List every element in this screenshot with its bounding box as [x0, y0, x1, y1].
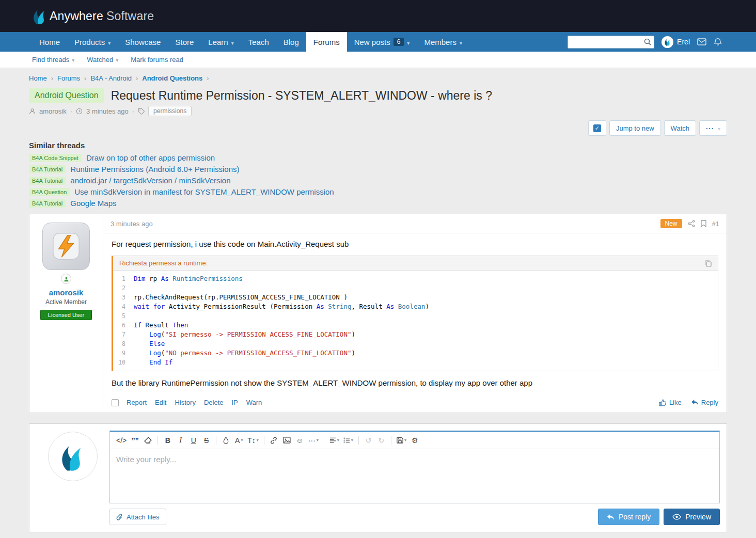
nav-learn[interactable]: Learn: [201, 32, 241, 52]
code-line: 3rp.CheckAndRequest(rp.PERMISSION_ACCESS…: [113, 293, 718, 302]
member-indicator-icon: [61, 274, 71, 284]
subnav-find-threads[interactable]: Find threads: [32, 56, 74, 64]
text-color-icon[interactable]: [219, 434, 232, 447]
brand-logo[interactable]: AnywhereSoftware: [32, 7, 154, 25]
quick-reply: </>””BIUSA▾T↕▾☺···▾▾▾↺↻▾⚙ Attach files P…: [29, 423, 727, 532]
similar-thread-row: B4A Code Snippet Draw on top of other ap…: [29, 153, 727, 162]
code-title: Richiesta permessi a runtime:: [119, 259, 208, 267]
search-input[interactable]: [568, 36, 654, 49]
settings-icon[interactable]: ⚙: [408, 434, 421, 447]
conversations-icon[interactable]: [697, 38, 706, 45]
search-icon[interactable]: [643, 38, 652, 46]
post-timestamp[interactable]: 3 minutes ago: [111, 220, 153, 228]
undo-icon[interactable]: ↺: [362, 434, 375, 447]
post-number[interactable]: #1: [712, 220, 719, 228]
author-avatar[interactable]: [42, 223, 90, 270]
more-options-icon[interactable]: ···▾: [306, 434, 321, 447]
similar-thread-row: B4A Tutorial android.jar / targetSdkVers…: [29, 176, 727, 185]
alerts-bell-icon[interactable]: [714, 38, 722, 46]
italic-icon[interactable]: I: [174, 434, 187, 447]
link-icon[interactable]: [267, 434, 280, 447]
nav-blog[interactable]: Blog: [276, 32, 306, 52]
delete-link[interactable]: Delete: [204, 399, 224, 406]
code-line: 7 Log("SI permesso -> PERMISSION_ACCESS_…: [113, 330, 718, 339]
remove-format-icon[interactable]: [141, 434, 154, 447]
select-post-checkbox[interactable]: [112, 399, 119, 406]
breadcrumb-android-questions[interactable]: Android Questions: [142, 74, 202, 82]
current-user-avatar[interactable]: [48, 432, 98, 481]
clock-icon: [76, 108, 83, 115]
subnav-mark-forums-read[interactable]: Mark forums read: [131, 56, 183, 64]
nav-user-area: Erel: [568, 32, 756, 52]
nav-teach[interactable]: Teach: [241, 32, 276, 52]
code-icon[interactable]: </>: [114, 434, 129, 447]
copy-code-icon[interactable]: [704, 260, 712, 267]
nav-store[interactable]: Store: [168, 32, 201, 52]
similar-thread-link[interactable]: Draw on top of other apps permission: [86, 153, 215, 162]
tag-icon: [138, 108, 145, 115]
watch-button[interactable]: Watch: [664, 120, 696, 136]
chevron-down-icon: ▾: [257, 438, 259, 442]
subnav-watched[interactable]: Watched: [87, 56, 118, 64]
thread-tag-permissions[interactable]: permissions: [148, 106, 192, 116]
image-icon[interactable]: [280, 434, 293, 447]
like-button[interactable]: Like: [659, 399, 682, 406]
similar-thread-row: B4A Tutorial Google Maps: [29, 199, 727, 208]
bookmark-icon[interactable]: [701, 220, 706, 227]
chevron-down-icon: ▾: [404, 438, 406, 442]
nav-new-posts[interactable]: New posts6: [347, 32, 417, 52]
nav-members[interactable]: Members: [417, 32, 469, 52]
code-block-header: Richiesta permessi a runtime:: [113, 256, 718, 271]
font-size-icon[interactable]: T↕▾: [245, 434, 261, 447]
bold-icon[interactable]: B: [161, 434, 174, 447]
font-family-icon[interactable]: A▾: [232, 434, 245, 447]
post-reply-button[interactable]: Post reply: [598, 509, 659, 525]
smilie-icon[interactable]: ☺: [293, 434, 306, 447]
similar-thread-link[interactable]: Use minSdkVersion in manifest for SYSTEM…: [74, 187, 334, 196]
jump-to-new-button[interactable]: Jump to new: [609, 120, 661, 136]
redo-icon[interactable]: ↻: [375, 434, 388, 447]
nav-products[interactable]: Products: [67, 32, 118, 52]
nav-home[interactable]: Home: [32, 32, 67, 52]
thread-timestamp[interactable]: 3 minutes ago: [86, 107, 129, 115]
reply-button[interactable]: Reply: [691, 399, 718, 406]
line-number: 1: [113, 274, 134, 283]
post-author-panel: amorosik Active Member Licensed User: [29, 214, 103, 413]
author-name[interactable]: amorosik: [49, 288, 84, 297]
strike-icon[interactable]: S: [200, 434, 213, 447]
eye-icon: [672, 514, 681, 520]
similar-thread-link[interactable]: Runtime Permissions (Android 6.0+ Permis…: [70, 165, 239, 173]
person-icon: [29, 108, 36, 115]
underline-icon[interactable]: U: [187, 434, 200, 447]
share-icon[interactable]: [688, 220, 695, 227]
paperclip-icon: [116, 513, 123, 521]
ip-link[interactable]: IP: [231, 399, 238, 406]
similar-thread-link[interactable]: android.jar / targetSdkVersion / minSdkV…: [70, 176, 230, 185]
line-number: 5: [113, 311, 134, 321]
thread-author-link[interactable]: amorosik: [39, 107, 67, 115]
nav-forums[interactable]: Forums: [306, 32, 347, 52]
post-text-intro: For request permission, i use this code …: [112, 240, 718, 248]
preview-button[interactable]: Preview: [664, 509, 720, 525]
history-link[interactable]: History: [175, 399, 195, 406]
breadcrumb-forums[interactable]: Forums: [57, 74, 80, 82]
attach-files-button[interactable]: Attach files: [109, 509, 166, 525]
reply-textarea[interactable]: [110, 449, 719, 503]
select-posts-button[interactable]: [588, 120, 606, 136]
quote-icon[interactable]: ””: [129, 434, 141, 447]
avatar-flame-graphic: [51, 231, 81, 261]
report-link[interactable]: Report: [127, 399, 147, 406]
user-menu[interactable]: Erel: [662, 36, 690, 48]
alignment-icon[interactable]: ▾: [327, 434, 341, 447]
nav-showcase[interactable]: Showcase: [118, 32, 168, 52]
edit-link[interactable]: Edit: [155, 399, 166, 406]
chevron-down-icon: [108, 38, 111, 46]
breadcrumb-home[interactable]: Home: [29, 74, 47, 82]
similar-thread-link[interactable]: Google Maps: [70, 199, 116, 208]
drafts-icon[interactable]: ▾: [395, 434, 408, 447]
brand-name: AnywhereSoftware: [50, 9, 154, 23]
more-options-button[interactable]: [699, 120, 727, 136]
list-icon[interactable]: ▾: [341, 434, 355, 447]
breadcrumb-b4a-android[interactable]: B4A - Android: [90, 74, 132, 82]
warn-link[interactable]: Warn: [246, 399, 262, 406]
